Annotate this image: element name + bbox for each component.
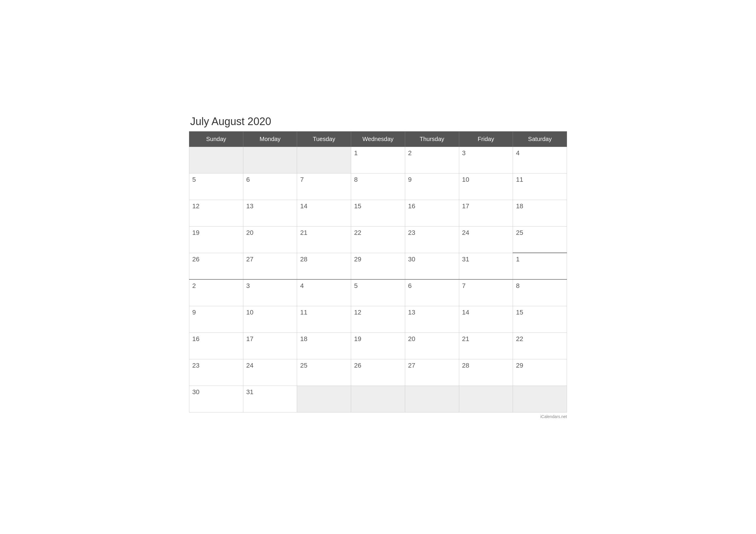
calendar-cell[interactable]: 15 — [351, 200, 405, 226]
calendar-week-9: 3031 — [189, 386, 567, 412]
calendar-container: July August 2020 SundayMondayTuesdayWedn… — [189, 115, 567, 419]
calendar-cell[interactable]: 18 — [297, 333, 351, 359]
calendar-cell[interactable]: 1 — [513, 253, 567, 279]
calendar-cell[interactable]: 7 — [459, 279, 513, 306]
footer-text: iCalendars.net — [189, 414, 567, 419]
calendar-cell[interactable]: 6 — [405, 279, 459, 306]
calendar-cell[interactable]: 26 — [189, 253, 243, 279]
calendar-cell[interactable]: 4 — [297, 279, 351, 306]
calendar-cell[interactable]: 17 — [459, 200, 513, 226]
calendar-cell[interactable]: 6 — [243, 173, 297, 200]
calendar-cell[interactable]: 28 — [459, 359, 513, 386]
calendar-cell[interactable]: 20 — [405, 333, 459, 359]
header-cell-friday: Friday — [459, 131, 513, 147]
calendar-cell[interactable]: 28 — [297, 253, 351, 279]
calendar-cell[interactable]: 13 — [405, 306, 459, 333]
calendar-week-0: 1234 — [189, 147, 567, 173]
calendar-cell[interactable]: 29 — [351, 253, 405, 279]
calendar-cell[interactable] — [405, 386, 459, 412]
calendar-cell[interactable]: 16 — [189, 333, 243, 359]
calendar-cell[interactable]: 10 — [459, 173, 513, 200]
calendar-cell[interactable]: 2 — [189, 279, 243, 306]
calendar-cell[interactable]: 2 — [405, 147, 459, 173]
calendar-cell[interactable]: 24 — [459, 226, 513, 253]
calendar-week-7: 16171819202122 — [189, 333, 567, 359]
calendar-cell[interactable] — [459, 386, 513, 412]
calendar-cell[interactable]: 22 — [513, 333, 567, 359]
calendar-cell[interactable]: 5 — [189, 173, 243, 200]
calendar-cell[interactable]: 14 — [459, 306, 513, 333]
calendar-week-1: 567891011 — [189, 173, 567, 200]
calendar-cell[interactable]: 30 — [405, 253, 459, 279]
calendar-cell[interactable]: 9 — [405, 173, 459, 200]
header-cell-wednesday: Wednesday — [351, 131, 405, 147]
calendar-cell[interactable]: 8 — [351, 173, 405, 200]
calendar-cell[interactable]: 8 — [513, 279, 567, 306]
calendar-cell[interactable]: 1 — [351, 147, 405, 173]
calendar-cell[interactable] — [351, 386, 405, 412]
calendar-cell[interactable]: 3 — [459, 147, 513, 173]
header-cell-monday: Monday — [243, 131, 297, 147]
calendar-cell[interactable]: 14 — [297, 200, 351, 226]
calendar-cell[interactable] — [189, 147, 243, 173]
calendar-cell[interactable]: 23 — [405, 226, 459, 253]
calendar-cell[interactable]: 19 — [189, 226, 243, 253]
calendar-cell[interactable]: 16 — [405, 200, 459, 226]
calendar-cell[interactable]: 4 — [513, 147, 567, 173]
calendar-cell[interactable] — [297, 386, 351, 412]
calendar-week-2: 12131415161718 — [189, 200, 567, 226]
calendar-cell[interactable]: 13 — [243, 200, 297, 226]
calendar-cell[interactable]: 25 — [297, 359, 351, 386]
calendar-cell[interactable]: 31 — [459, 253, 513, 279]
calendar-cell[interactable] — [243, 147, 297, 173]
calendar-cell[interactable]: 22 — [351, 226, 405, 253]
calendar-cell[interactable]: 27 — [243, 253, 297, 279]
calendar-cell[interactable]: 7 — [297, 173, 351, 200]
calendar-table: SundayMondayTuesdayWednesdayThursdayFrid… — [189, 131, 567, 413]
calendar-cell[interactable]: 31 — [243, 386, 297, 412]
calendar-cell[interactable]: 11 — [513, 173, 567, 200]
calendar-cell[interactable]: 15 — [513, 306, 567, 333]
calendar-cell[interactable]: 24 — [243, 359, 297, 386]
calendar-cell[interactable]: 21 — [459, 333, 513, 359]
calendar-week-8: 23242526272829 — [189, 359, 567, 386]
calendar-cell[interactable]: 21 — [297, 226, 351, 253]
calendar-cell[interactable]: 10 — [243, 306, 297, 333]
calendar-cell[interactable]: 26 — [351, 359, 405, 386]
calendar-cell[interactable]: 23 — [189, 359, 243, 386]
calendar-cell[interactable]: 18 — [513, 200, 567, 226]
header-cell-sunday: Sunday — [189, 131, 243, 147]
calendar-cell[interactable]: 30 — [189, 386, 243, 412]
header-row: SundayMondayTuesdayWednesdayThursdayFrid… — [189, 131, 567, 147]
calendar-cell[interactable]: 9 — [189, 306, 243, 333]
calendar-cell[interactable]: 27 — [405, 359, 459, 386]
calendar-cell[interactable]: 12 — [189, 200, 243, 226]
calendar-cell[interactable]: 12 — [351, 306, 405, 333]
calendar-week-4: 2627282930311 — [189, 253, 567, 279]
header-cell-saturday: Saturday — [513, 131, 567, 147]
calendar-week-6: 9101112131415 — [189, 306, 567, 333]
calendar-cell[interactable] — [513, 386, 567, 412]
calendar-cell[interactable]: 29 — [513, 359, 567, 386]
calendar-cell[interactable]: 5 — [351, 279, 405, 306]
calendar-week-5: 2345678 — [189, 279, 567, 306]
calendar-cell[interactable]: 17 — [243, 333, 297, 359]
header-cell-tuesday: Tuesday — [297, 131, 351, 147]
calendar-cell[interactable]: 11 — [297, 306, 351, 333]
calendar-week-3: 19202122232425 — [189, 226, 567, 253]
header-cell-thursday: Thursday — [405, 131, 459, 147]
calendar-cell[interactable]: 19 — [351, 333, 405, 359]
calendar-title: July August 2020 — [189, 115, 567, 128]
calendar-cell[interactable] — [297, 147, 351, 173]
calendar-cell[interactable]: 25 — [513, 226, 567, 253]
calendar-cell[interactable]: 3 — [243, 279, 297, 306]
calendar-cell[interactable]: 20 — [243, 226, 297, 253]
